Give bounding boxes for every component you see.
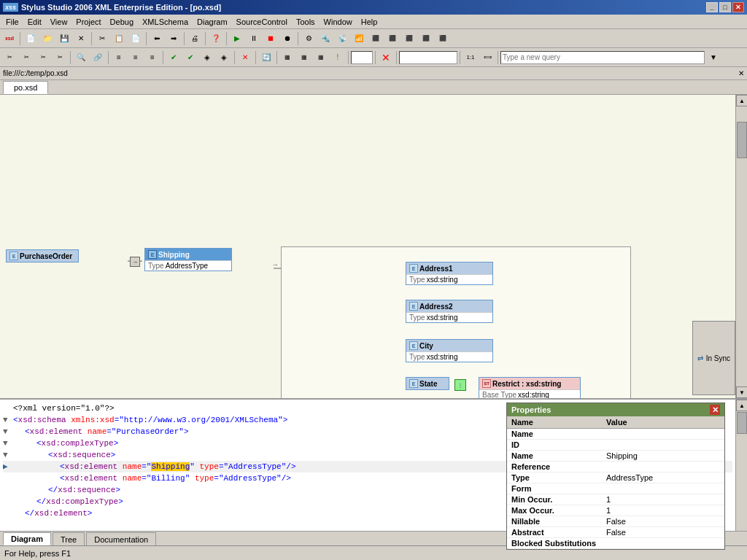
tb2-check1[interactable]: ✔	[166, 50, 182, 66]
menu-debug[interactable]: Debug	[106, 16, 138, 28]
menu-tools[interactable]: Tools	[292, 16, 320, 28]
tb2-slider[interactable]	[399, 51, 457, 64]
tb2-diamond2[interactable]: ◈	[216, 50, 232, 66]
tb2-diamond1[interactable]: ◈	[199, 50, 215, 66]
tb-close[interactable]: ✕	[73, 31, 89, 47]
tb-open[interactable]: 📁	[39, 31, 55, 47]
menu-view[interactable]: View	[46, 16, 72, 28]
menu-diagram[interactable]: Diagram	[193, 16, 232, 28]
minimize-button[interactable]: _	[706, 2, 718, 12]
gutter-4[interactable]: ▼	[3, 438, 13, 449]
tb2-refresh[interactable]: 🔄	[258, 50, 274, 66]
gutter-9	[3, 496, 13, 508]
xml-scroll-up[interactable]: ▲	[736, 400, 747, 411]
city-label: City	[419, 342, 433, 350]
tb2-num1[interactable]: 1:1	[462, 50, 479, 66]
tb-print[interactable]: 🖨	[187, 31, 203, 47]
properties-row: Name	[507, 429, 724, 440]
sep-5	[205, 32, 206, 45]
tb-help[interactable]: ❓	[208, 31, 224, 47]
tb2-num2[interactable]: ⟺	[479, 50, 495, 66]
tb2-find[interactable]: 🔍	[73, 50, 89, 66]
tb-signal[interactable]: 📶	[351, 31, 367, 47]
tb2-excl[interactable]: !	[330, 50, 346, 66]
tab-tree[interactable]: Tree	[53, 532, 85, 545]
city-type-row: Type xsd:string	[406, 351, 492, 362]
tb-stop[interactable]: ⏹	[263, 31, 279, 47]
properties-row: TypeAddressType	[507, 472, 724, 483]
properties-panel: Properties ✕ Name Value NameIDNameShippi…	[506, 402, 725, 550]
diagram-scroll-up[interactable]: ▲	[736, 95, 747, 106]
expand-btn-1[interactable]: →	[130, 257, 140, 267]
tb-settings[interactable]: ⚙	[301, 31, 317, 47]
tb2-grid3[interactable]: ▦	[313, 50, 329, 66]
tb-more2[interactable]: ⬛	[384, 31, 400, 47]
query-input[interactable]	[500, 51, 705, 64]
tb2-close[interactable]: ✕	[237, 50, 253, 66]
tb-copy[interactable]: 📋	[111, 31, 127, 47]
doc-tab-po-xsd[interactable]: po.xsd	[3, 81, 48, 94]
tb-run[interactable]: ▶	[229, 31, 245, 47]
tb2-query-dropdown[interactable]: ▼	[705, 50, 721, 66]
tb-more1[interactable]: ⬛	[368, 31, 384, 47]
gutter-2[interactable]: ▼	[3, 414, 13, 426]
tb-new[interactable]: 📄	[23, 31, 39, 47]
diagram-scroll-thumb[interactable]	[737, 122, 747, 158]
menu-sourcecontrol[interactable]: SourceControl	[232, 16, 292, 28]
tb2-check2[interactable]: ✔	[182, 50, 198, 66]
tb2-input1[interactable]	[351, 51, 373, 64]
maximize-button[interactable]: □	[719, 2, 731, 12]
xml-content-7: <xsd:element name="Billing" type="Addres…	[60, 472, 291, 484]
tb2-list3[interactable]: ≡	[144, 50, 160, 66]
tb-undo[interactable]: ⬅	[149, 31, 165, 47]
state-icon: E	[409, 379, 418, 388]
tb-save[interactable]: 💾	[56, 31, 72, 47]
tb2-btn2[interactable]: ✂	[18, 50, 34, 66]
sep-1	[20, 32, 20, 45]
tb2-btn3[interactable]: ✂	[35, 50, 51, 66]
close-button[interactable]: ✕	[732, 2, 744, 12]
address1-icon: E	[409, 264, 418, 273]
menu-project[interactable]: Project	[71, 16, 105, 28]
gutter-3[interactable]: ▼	[3, 426, 13, 438]
tab-documentation[interactable]: Documentation	[86, 532, 156, 545]
diagram-scroll-down[interactable]: ▼	[736, 386, 747, 398]
tb-more3[interactable]: ⬛	[401, 31, 417, 47]
menu-edit[interactable]: Edit	[23, 16, 46, 28]
menu-file[interactable]: File	[1, 16, 23, 28]
tb2-grid2[interactable]: ▦	[296, 50, 312, 66]
tb2-x-red[interactable]: ✕	[378, 50, 394, 66]
tb2-btn4[interactable]: ✂	[52, 50, 68, 66]
window-controls[interactable]: _ □ ✕	[706, 2, 744, 12]
tb2-list2[interactable]: ≡	[128, 50, 144, 66]
tb2-grid1[interactable]: ▦	[279, 50, 295, 66]
sep-t2-10	[460, 51, 460, 64]
menu-window[interactable]: Window	[320, 16, 357, 28]
path-close[interactable]: ✕	[738, 69, 744, 77]
tab-diagram[interactable]: Diagram	[3, 532, 51, 545]
menu-help[interactable]: Help	[357, 16, 382, 28]
tb-network[interactable]: 📡	[334, 31, 350, 47]
tb-cut[interactable]: ✂	[94, 31, 110, 47]
app-logo: xss	[3, 3, 18, 12]
xml-scroll-thumb[interactable]	[737, 412, 747, 434]
tb2-list1[interactable]: ≡	[111, 50, 127, 66]
tb-more5[interactable]: ⬛	[435, 31, 451, 47]
tb-xsd[interactable]: xsd	[1, 31, 18, 47]
menu-xmlschema[interactable]: XMLSchema	[138, 16, 193, 28]
tb-more4[interactable]: ⬛	[418, 31, 434, 47]
path-bar: file:///c:/temp/po.xsd ✕	[0, 67, 747, 80]
address1-label: Address1	[419, 265, 453, 273]
tb2-btn1[interactable]: ✂	[1, 50, 18, 66]
gutter-6[interactable]: ▶	[3, 461, 13, 472]
tb-redo[interactable]: ➡	[166, 31, 182, 47]
tb2-link[interactable]: 🔗	[90, 50, 106, 66]
properties-close[interactable]: ✕	[710, 405, 720, 415]
tb-pause[interactable]: ⏸	[246, 31, 262, 47]
gutter-5[interactable]: ▼	[3, 449, 13, 461]
tb-record[interactable]: ⏺	[279, 31, 295, 47]
tb-paste[interactable]: 📄	[128, 31, 144, 47]
sep-t2-4	[234, 51, 235, 64]
tb-config[interactable]: 🔩	[317, 31, 333, 47]
shipping-type-label: Type	[148, 262, 164, 270]
